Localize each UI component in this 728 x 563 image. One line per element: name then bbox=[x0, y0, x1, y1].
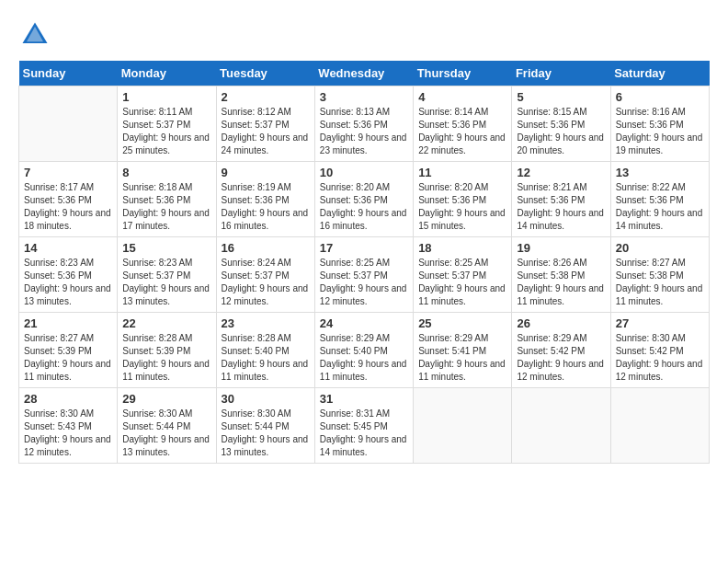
table-row: 31 Sunrise: 8:31 AMSunset: 5:45 PMDaylig… bbox=[314, 388, 413, 464]
header-sunday: Sunday bbox=[19, 61, 118, 86]
table-row bbox=[19, 86, 118, 162]
day-info: Sunrise: 8:29 AMSunset: 5:40 PMDaylight:… bbox=[320, 332, 408, 384]
table-row: 6 Sunrise: 8:16 AMSunset: 5:36 PMDayligh… bbox=[610, 86, 709, 162]
week-row-1: 1 Sunrise: 8:11 AMSunset: 5:37 PMDayligh… bbox=[19, 86, 710, 162]
day-number: 3 bbox=[320, 90, 408, 104]
table-row: 8 Sunrise: 8:18 AMSunset: 5:36 PMDayligh… bbox=[118, 162, 216, 237]
table-row bbox=[610, 388, 709, 464]
day-info: Sunrise: 8:30 AMSunset: 5:43 PMDaylight:… bbox=[24, 408, 112, 459]
table-row: 11 Sunrise: 8:20 AMSunset: 5:36 PMDaylig… bbox=[414, 162, 512, 237]
day-info: Sunrise: 8:24 AMSunset: 5:37 PMDaylight:… bbox=[222, 257, 310, 308]
header-thursday: Thursday bbox=[414, 61, 512, 86]
day-number: 2 bbox=[222, 90, 310, 104]
day-number: 17 bbox=[320, 241, 408, 255]
header-friday: Friday bbox=[512, 61, 610, 86]
day-info: Sunrise: 8:14 AMSunset: 5:36 PMDaylight:… bbox=[418, 106, 506, 157]
table-row: 17 Sunrise: 8:25 AMSunset: 5:37 PMDaylig… bbox=[314, 237, 413, 313]
day-number: 29 bbox=[122, 392, 210, 406]
week-row-5: 28 Sunrise: 8:30 AMSunset: 5:43 PMDaylig… bbox=[19, 388, 710, 464]
page-header bbox=[18, 18, 710, 52]
header-monday: Monday bbox=[118, 61, 216, 86]
day-info: Sunrise: 8:30 AMSunset: 5:44 PMDaylight:… bbox=[122, 408, 210, 459]
day-info: Sunrise: 8:22 AMSunset: 5:36 PMDaylight:… bbox=[616, 181, 704, 233]
day-number: 23 bbox=[222, 316, 310, 330]
table-row: 22 Sunrise: 8:28 AMSunset: 5:39 PMDaylig… bbox=[118, 313, 216, 388]
day-number: 14 bbox=[24, 241, 112, 255]
day-info: Sunrise: 8:13 AMSunset: 5:36 PMDaylight:… bbox=[320, 106, 408, 157]
day-info: Sunrise: 8:29 AMSunset: 5:42 PMDaylight:… bbox=[517, 332, 605, 384]
day-number: 7 bbox=[24, 166, 112, 179]
table-row: 13 Sunrise: 8:22 AMSunset: 5:36 PMDaylig… bbox=[610, 162, 709, 237]
day-number: 24 bbox=[320, 316, 408, 330]
day-info: Sunrise: 8:29 AMSunset: 5:41 PMDaylight:… bbox=[418, 332, 506, 384]
week-row-4: 21 Sunrise: 8:27 AMSunset: 5:39 PMDaylig… bbox=[19, 313, 710, 388]
day-info: Sunrise: 8:21 AMSunset: 5:36 PMDaylight:… bbox=[517, 181, 605, 233]
table-row: 19 Sunrise: 8:26 AMSunset: 5:38 PMDaylig… bbox=[512, 237, 610, 313]
table-row: 15 Sunrise: 8:23 AMSunset: 5:37 PMDaylig… bbox=[118, 237, 216, 313]
day-info: Sunrise: 8:20 AMSunset: 5:36 PMDaylight:… bbox=[320, 181, 408, 233]
day-number: 30 bbox=[222, 392, 310, 406]
day-number: 11 bbox=[418, 166, 506, 179]
day-info: Sunrise: 8:20 AMSunset: 5:36 PMDaylight:… bbox=[418, 181, 506, 233]
day-number: 25 bbox=[418, 316, 506, 330]
day-number: 5 bbox=[517, 90, 605, 104]
table-row: 2 Sunrise: 8:12 AMSunset: 5:37 PMDayligh… bbox=[216, 86, 314, 162]
day-info: Sunrise: 8:18 AMSunset: 5:36 PMDaylight:… bbox=[122, 181, 210, 233]
day-info: Sunrise: 8:27 AMSunset: 5:38 PMDaylight:… bbox=[616, 257, 704, 308]
table-row: 4 Sunrise: 8:14 AMSunset: 5:36 PMDayligh… bbox=[414, 86, 512, 162]
table-row: 16 Sunrise: 8:24 AMSunset: 5:37 PMDaylig… bbox=[216, 237, 314, 313]
day-info: Sunrise: 8:27 AMSunset: 5:39 PMDaylight:… bbox=[24, 332, 112, 384]
header-tuesday: Tuesday bbox=[216, 61, 314, 86]
day-number: 19 bbox=[517, 241, 605, 255]
day-info: Sunrise: 8:12 AMSunset: 5:37 PMDaylight:… bbox=[222, 106, 310, 157]
table-row: 12 Sunrise: 8:21 AMSunset: 5:36 PMDaylig… bbox=[512, 162, 610, 237]
table-row: 14 Sunrise: 8:23 AMSunset: 5:36 PMDaylig… bbox=[19, 237, 118, 313]
day-info: Sunrise: 8:28 AMSunset: 5:39 PMDaylight:… bbox=[122, 332, 210, 384]
day-info: Sunrise: 8:28 AMSunset: 5:40 PMDaylight:… bbox=[222, 332, 310, 384]
day-number: 20 bbox=[616, 241, 704, 255]
table-row: 25 Sunrise: 8:29 AMSunset: 5:41 PMDaylig… bbox=[414, 313, 512, 388]
logo bbox=[18, 18, 57, 52]
table-row: 10 Sunrise: 8:20 AMSunset: 5:36 PMDaylig… bbox=[314, 162, 413, 237]
day-info: Sunrise: 8:25 AMSunset: 5:37 PMDaylight:… bbox=[320, 257, 408, 308]
day-info: Sunrise: 8:15 AMSunset: 5:36 PMDaylight:… bbox=[517, 106, 605, 157]
day-info: Sunrise: 8:26 AMSunset: 5:38 PMDaylight:… bbox=[517, 257, 605, 308]
day-info: Sunrise: 8:11 AMSunset: 5:37 PMDaylight:… bbox=[122, 106, 210, 157]
table-row: 26 Sunrise: 8:29 AMSunset: 5:42 PMDaylig… bbox=[512, 313, 610, 388]
week-row-3: 14 Sunrise: 8:23 AMSunset: 5:36 PMDaylig… bbox=[19, 237, 710, 313]
header-saturday: Saturday bbox=[610, 61, 709, 86]
day-number: 10 bbox=[320, 166, 408, 179]
calendar-table: SundayMondayTuesdayWednesdayThursdayFrid… bbox=[18, 61, 710, 464]
day-info: Sunrise: 8:19 AMSunset: 5:36 PMDaylight:… bbox=[222, 181, 310, 233]
day-number: 1 bbox=[122, 90, 210, 104]
day-info: Sunrise: 8:30 AMSunset: 5:42 PMDaylight:… bbox=[616, 332, 704, 384]
day-number: 28 bbox=[24, 392, 112, 406]
table-row: 29 Sunrise: 8:30 AMSunset: 5:44 PMDaylig… bbox=[118, 388, 216, 464]
day-number: 18 bbox=[418, 241, 506, 255]
day-info: Sunrise: 8:30 AMSunset: 5:44 PMDaylight:… bbox=[222, 408, 310, 459]
day-number: 21 bbox=[24, 316, 112, 330]
table-row bbox=[512, 388, 610, 464]
table-row: 7 Sunrise: 8:17 AMSunset: 5:36 PMDayligh… bbox=[19, 162, 118, 237]
logo-icon bbox=[18, 18, 51, 52]
table-row: 21 Sunrise: 8:27 AMSunset: 5:39 PMDaylig… bbox=[19, 313, 118, 388]
table-row: 27 Sunrise: 8:30 AMSunset: 5:42 PMDaylig… bbox=[610, 313, 709, 388]
day-number: 15 bbox=[122, 241, 210, 255]
day-number: 26 bbox=[517, 316, 605, 330]
day-number: 22 bbox=[122, 316, 210, 330]
day-info: Sunrise: 8:31 AMSunset: 5:45 PMDaylight:… bbox=[320, 408, 408, 459]
header-wednesday: Wednesday bbox=[314, 61, 413, 86]
day-number: 13 bbox=[616, 166, 704, 179]
week-row-2: 7 Sunrise: 8:17 AMSunset: 5:36 PMDayligh… bbox=[19, 162, 710, 237]
day-info: Sunrise: 8:23 AMSunset: 5:37 PMDaylight:… bbox=[122, 257, 210, 308]
table-row: 23 Sunrise: 8:28 AMSunset: 5:40 PMDaylig… bbox=[216, 313, 314, 388]
table-row: 20 Sunrise: 8:27 AMSunset: 5:38 PMDaylig… bbox=[610, 237, 709, 313]
day-number: 9 bbox=[222, 166, 310, 179]
table-row: 30 Sunrise: 8:30 AMSunset: 5:44 PMDaylig… bbox=[216, 388, 314, 464]
day-info: Sunrise: 8:17 AMSunset: 5:36 PMDaylight:… bbox=[24, 181, 112, 233]
table-row: 5 Sunrise: 8:15 AMSunset: 5:36 PMDayligh… bbox=[512, 86, 610, 162]
calendar-header-row: SundayMondayTuesdayWednesdayThursdayFrid… bbox=[19, 61, 710, 86]
table-row: 24 Sunrise: 8:29 AMSunset: 5:40 PMDaylig… bbox=[314, 313, 413, 388]
table-row: 9 Sunrise: 8:19 AMSunset: 5:36 PMDayligh… bbox=[216, 162, 314, 237]
day-number: 31 bbox=[320, 392, 408, 406]
